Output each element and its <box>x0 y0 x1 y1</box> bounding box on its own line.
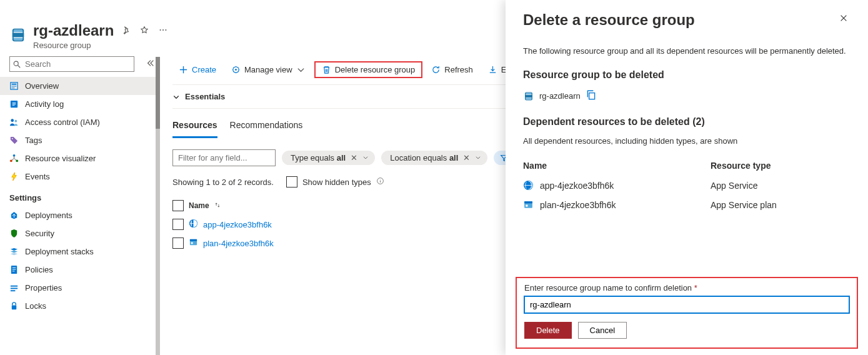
manage-view-label: Manage view <box>244 65 292 74</box>
show-hidden-label: Show hidden types <box>302 178 371 187</box>
svg-rect-35 <box>524 201 532 203</box>
svg-point-10 <box>11 119 14 122</box>
svg-rect-32 <box>589 93 594 99</box>
confirm-box: Enter resource group name to confirm del… <box>516 277 858 349</box>
pill-value: all <box>449 153 458 162</box>
info-icon[interactable] <box>376 177 384 187</box>
filter-pill-type[interactable]: Type equals all ✕ <box>282 151 375 165</box>
sidebar-item-properties[interactable]: Properties <box>0 279 160 297</box>
sidebar-item-activity-log[interactable]: Activity log <box>0 95 160 113</box>
create-label: Create <box>192 65 216 74</box>
delete-rg-label: Delete resource group <box>335 65 416 74</box>
search-icon <box>12 60 21 69</box>
app-service-icon <box>189 219 198 230</box>
sidebar-item-security[interactable]: Security <box>0 224 160 242</box>
sidebar-item-resource-visualizer[interactable]: Resource visualizer <box>0 149 160 168</box>
essentials-label: Essentials <box>185 92 225 101</box>
sidebar-item-locks[interactable]: Locks <box>0 297 160 315</box>
resource-link[interactable]: app-4jezkoe3bfh6k <box>203 220 272 229</box>
sidebar-item-overview[interactable]: Overview <box>0 77 160 95</box>
panel-title: Delete a resource group <box>523 11 695 29</box>
more-icon[interactable] <box>156 23 170 39</box>
sidebar-item-label: Deployment stacks <box>25 247 94 256</box>
sidebar-item-deployments[interactable]: Deployments <box>0 206 160 224</box>
panel-intro: The following resource group and all its… <box>523 46 851 56</box>
collapse-sidebar-icon[interactable] <box>146 59 155 69</box>
svg-rect-22 <box>11 290 16 291</box>
confirm-input[interactable] <box>524 296 849 313</box>
pill-prefix: Location equals <box>390 153 449 162</box>
row-checkbox[interactable] <box>172 238 184 249</box>
sidebar-item-access-control[interactable]: Access control (IAM) <box>0 113 160 131</box>
required-asterisk: * <box>694 283 697 292</box>
sidebar-item-policies[interactable]: Policies <box>0 261 160 279</box>
sidebar-item-deployment-stacks[interactable]: Deployment stacks <box>0 242 160 261</box>
dep-name: app-4jezkoe3bfh6k <box>540 181 614 191</box>
close-button[interactable] <box>837 11 851 27</box>
sidebar-item-events[interactable]: Events <box>0 168 160 186</box>
search-input[interactable] <box>9 56 134 72</box>
show-hidden-types-checkbox[interactable]: Show hidden types <box>286 176 384 188</box>
svg-rect-23 <box>12 306 17 310</box>
dep-heading: Dependent resources to be deleted (2) <box>523 116 851 128</box>
resource-link[interactable]: plan-4jezkoe3bfh6k <box>203 239 274 248</box>
tab-resources[interactable]: Resources <box>172 120 217 138</box>
copy-icon[interactable] <box>586 89 597 102</box>
svg-rect-6 <box>12 84 17 85</box>
svg-rect-21 <box>11 288 17 289</box>
tab-recommendations[interactable]: Recommendations <box>230 120 303 138</box>
sidebar-item-tags[interactable]: Tags <box>0 131 160 149</box>
svg-point-3 <box>166 29 167 30</box>
filter-pill-location[interactable]: Location equals all ✕ <box>381 151 487 165</box>
filter-input[interactable] <box>172 149 276 166</box>
manage-view-button[interactable]: Manage view <box>225 61 312 78</box>
sidebar-item-label: Events <box>25 172 50 181</box>
sort-icon[interactable] <box>214 201 221 210</box>
column-name[interactable]: Name <box>189 201 209 210</box>
delete-button[interactable]: Delete <box>524 322 572 339</box>
rg-heading: Resource group to be deleted <box>523 69 851 81</box>
delete-resource-group-button[interactable]: Delete resource group <box>314 61 423 78</box>
pill-prefix: Type equals <box>291 153 337 162</box>
chevron-down-icon[interactable] <box>475 153 481 162</box>
dependent-row: plan-4jezkoe3bfh6k App Service plan <box>523 195 851 214</box>
svg-point-4 <box>14 61 18 66</box>
sidebar-item-label: Locks <box>25 301 46 311</box>
svg-rect-19 <box>12 271 15 271</box>
row-checkbox[interactable] <box>172 219 184 230</box>
sidebar-item-label: Overview <box>25 81 59 91</box>
sidebar-item-label: Tags <box>25 136 42 145</box>
svg-point-11 <box>14 120 17 122</box>
select-all-checkbox[interactable] <box>172 200 184 211</box>
remove-filter-icon[interactable]: ✕ <box>462 153 471 162</box>
refresh-button[interactable]: Refresh <box>425 61 479 78</box>
svg-rect-29 <box>190 239 197 241</box>
chevron-down-icon[interactable] <box>362 153 369 162</box>
refresh-label: Refresh <box>444 65 473 74</box>
svg-point-2 <box>162 29 164 30</box>
svg-point-12 <box>12 138 13 139</box>
page-title: rg-azdlearn <box>33 22 114 39</box>
app-service-plan-icon <box>189 238 198 249</box>
rg-name: rg-azdlearn <box>539 91 581 101</box>
dep-type: App Service plan <box>711 200 777 210</box>
sidebar-item-label: Security <box>25 229 54 238</box>
remove-filter-icon[interactable]: ✕ <box>349 153 359 162</box>
sidebar-item-label: Deployments <box>25 211 72 220</box>
cancel-button[interactable]: Cancel <box>578 322 627 339</box>
svg-rect-17 <box>12 268 16 268</box>
checkbox-icon[interactable] <box>286 176 297 188</box>
pin-icon[interactable] <box>119 23 132 39</box>
svg-rect-8 <box>12 88 15 88</box>
create-button[interactable]: Create <box>172 61 222 78</box>
dependent-table-header: Name Resource type <box>523 156 851 176</box>
favorite-icon[interactable] <box>137 23 151 39</box>
search-wrapper <box>9 56 142 72</box>
sidebar-scroll-thumb[interactable] <box>156 57 160 129</box>
svg-rect-18 <box>12 269 16 270</box>
delete-panel: Delete a resource group The following re… <box>506 0 868 355</box>
dep-type: App Service <box>711 181 757 191</box>
rg-row: rg-azdlearn <box>523 89 851 102</box>
sidebar-item-label: Properties <box>25 283 62 292</box>
dep-name: plan-4jezkoe3bfh6k <box>540 200 616 210</box>
